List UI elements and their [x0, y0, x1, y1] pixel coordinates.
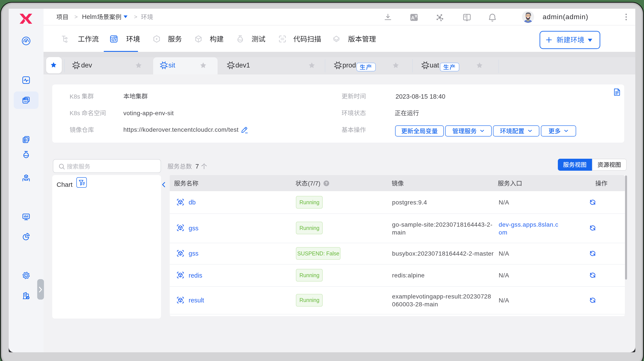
- svg-text:N/A: N/A: [499, 250, 509, 257]
- svg-text:A: A: [411, 15, 414, 21]
- svg-text:dev-gss.apps.8slan.c: dev-gss.apps.8slan.c: [499, 221, 558, 228]
- svg-text:examplevotingapp-result:202307: examplevotingapp-result:20230728: [392, 293, 491, 300]
- svg-text:N/A: N/A: [499, 199, 509, 206]
- svg-text:N/A: N/A: [499, 297, 509, 303]
- svg-text:Z: Z: [25, 274, 27, 277]
- svg-text:voting-app-env-sit: voting-app-env-sit: [123, 110, 174, 117]
- svg-text:gss: gss: [189, 225, 198, 232]
- svg-text:admin(admin): admin(admin): [542, 13, 588, 21]
- svg-text:redis: redis: [189, 272, 202, 279]
- svg-text:main: main: [392, 229, 406, 236]
- svg-text:(7/7): (7/7): [308, 180, 320, 187]
- svg-text:om: om: [499, 229, 507, 236]
- svg-text:prod: prod: [342, 62, 356, 69]
- svg-text:060003-28-main: 060003-28-main: [392, 301, 438, 307]
- svg-text:dev: dev: [81, 62, 92, 69]
- svg-text:?: ?: [325, 181, 328, 186]
- svg-text:db: db: [189, 199, 196, 206]
- svg-text:result: result: [189, 297, 204, 304]
- svg-text:>: >: [134, 14, 137, 20]
- svg-text:redis:alpine: redis:alpine: [392, 272, 425, 279]
- svg-text:7: 7: [196, 163, 199, 170]
- svg-text:Running: Running: [299, 297, 320, 303]
- svg-text:https://koderover.tencentcloud: https://koderover.tencentcloudcr.com/tes…: [123, 126, 238, 133]
- svg-text:Running: Running: [299, 272, 320, 278]
- svg-text:busybox:20230718164442-2-maste: busybox:20230718164442-2-master: [392, 250, 494, 257]
- svg-text:PM: PM: [24, 100, 27, 103]
- svg-text:K8s: K8s: [70, 110, 80, 117]
- svg-text:K8s: K8s: [70, 93, 80, 100]
- svg-text:dev1: dev1: [236, 62, 250, 69]
- svg-text:postgres:9.4: postgres:9.4: [392, 199, 427, 206]
- svg-text:N/A: N/A: [499, 272, 509, 279]
- svg-text:Helm: Helm: [82, 13, 97, 20]
- svg-text:gss: gss: [189, 250, 198, 257]
- svg-text:2023-08-15 18:40: 2023-08-15 18:40: [396, 93, 445, 100]
- svg-text:Running: Running: [299, 199, 320, 205]
- svg-text:go-sample-site:20230718164443-: go-sample-site:20230718164443-2-: [392, 221, 492, 228]
- svg-text:uat: uat: [430, 62, 439, 69]
- svg-text:Chart: Chart: [56, 181, 73, 188]
- svg-text:sit: sit: [168, 62, 175, 69]
- svg-text:Running: Running: [299, 225, 320, 231]
- svg-text:SUSPEND: False: SUSPEND: False: [297, 250, 339, 256]
